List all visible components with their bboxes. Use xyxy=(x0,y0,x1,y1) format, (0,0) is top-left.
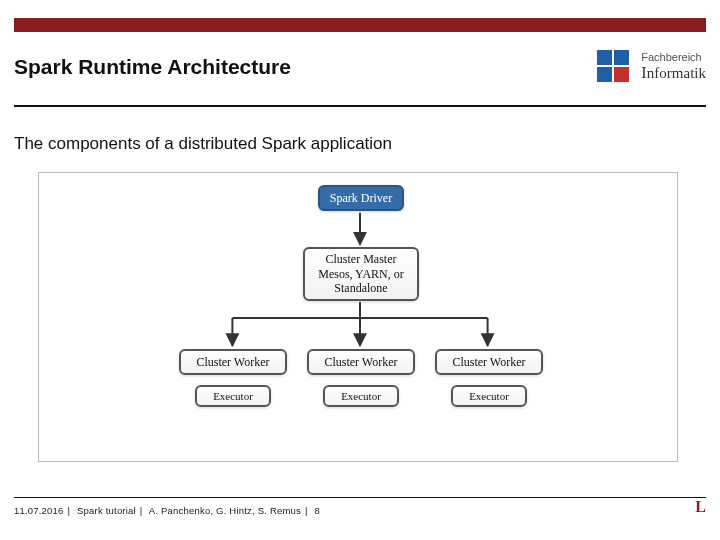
squares-icon xyxy=(597,50,631,84)
header-row: Spark Runtime Architecture Fachbereich I… xyxy=(14,50,706,84)
logo-text: Fachbereich Informatik xyxy=(641,51,706,82)
top-accent-bar xyxy=(14,18,706,32)
footer-page: 8 xyxy=(315,505,320,516)
node-executor-2: Executor xyxy=(323,385,399,407)
title-divider xyxy=(14,105,706,107)
logo-line1: Fachbereich xyxy=(641,51,706,64)
architecture-diagram: Spark Driver Cluster Master Mesos, YARN,… xyxy=(38,172,678,462)
master-line1: Cluster Master xyxy=(326,252,397,266)
slide-subtitle: The components of a distributed Spark ap… xyxy=(14,134,392,154)
page-title: Spark Runtime Architecture xyxy=(14,55,291,79)
department-logo: Fachbereich Informatik xyxy=(597,50,706,84)
connector-lines xyxy=(39,173,677,461)
footer-authors: A. Panchenko, G. Hintz, S. Remus xyxy=(149,505,301,516)
node-spark-driver: Spark Driver xyxy=(318,185,404,211)
university-logo: L xyxy=(695,498,706,516)
node-cluster-worker-3: Cluster Worker xyxy=(435,349,543,375)
node-executor-1: Executor xyxy=(195,385,271,407)
master-line2: Mesos, YARN, or xyxy=(318,267,404,281)
node-cluster-worker-1: Cluster Worker xyxy=(179,349,287,375)
slide: Spark Runtime Architecture Fachbereich I… xyxy=(0,0,720,540)
footer: 11.07.2016| Spark tutorial| A. Panchenko… xyxy=(14,498,706,516)
footer-course: Spark tutorial xyxy=(77,505,136,516)
master-line3: Standalone xyxy=(334,281,387,295)
node-cluster-master: Cluster Master Mesos, YARN, or Standalon… xyxy=(303,247,419,301)
footer-date: 11.07.2016 xyxy=(14,505,64,516)
node-executor-3: Executor xyxy=(451,385,527,407)
footer-text: 11.07.2016| Spark tutorial| A. Panchenko… xyxy=(14,505,320,516)
logo-line2-rest: nformatik xyxy=(647,65,706,81)
node-cluster-worker-2: Cluster Worker xyxy=(307,349,415,375)
